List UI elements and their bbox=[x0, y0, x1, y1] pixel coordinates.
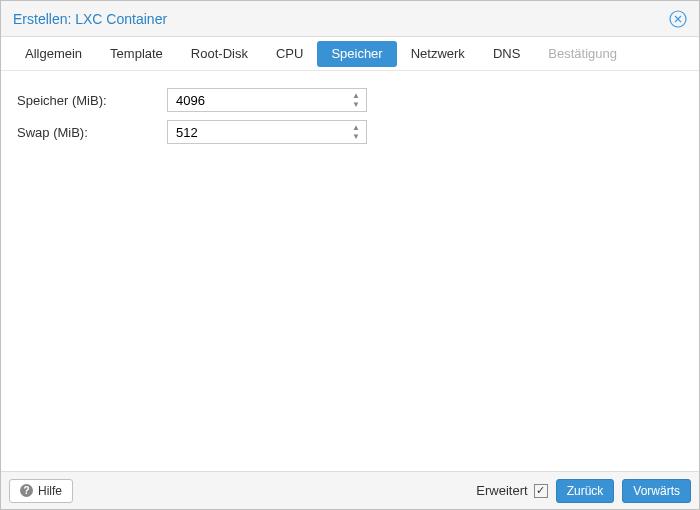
tab-allgemein[interactable]: Allgemein bbox=[11, 41, 96, 67]
chevron-down-icon[interactable]: ▼ bbox=[352, 133, 360, 141]
advanced-toggle[interactable]: Erweitert ✓ bbox=[476, 483, 547, 498]
wizard-window: Erstellen: LXC Container Allgemein Templ… bbox=[0, 0, 700, 510]
swap-stepper: ▲ ▼ bbox=[167, 120, 367, 144]
chevron-down-icon[interactable]: ▼ bbox=[352, 101, 360, 109]
label-swap: Swap (MiB): bbox=[17, 125, 167, 140]
close-icon[interactable] bbox=[669, 10, 687, 28]
advanced-label: Erweitert bbox=[476, 483, 527, 498]
swap-input[interactable] bbox=[167, 120, 367, 144]
tab-dns[interactable]: DNS bbox=[479, 41, 534, 67]
help-button[interactable]: ? Hilfe bbox=[9, 479, 73, 503]
spinner-arrows-icon[interactable]: ▲ ▼ bbox=[349, 120, 363, 144]
tab-netzwerk[interactable]: Netzwerk bbox=[397, 41, 479, 67]
help-label: Hilfe bbox=[38, 484, 62, 498]
back-button[interactable]: Zurück bbox=[556, 479, 615, 503]
tab-root-disk[interactable]: Root-Disk bbox=[177, 41, 262, 67]
tab-template[interactable]: Template bbox=[96, 41, 177, 67]
chevron-up-icon[interactable]: ▲ bbox=[352, 92, 360, 100]
label-memory: Speicher (MiB): bbox=[17, 93, 167, 108]
tab-bestaetigung: Bestätigung bbox=[534, 41, 631, 67]
row-swap: Swap (MiB): ▲ ▼ bbox=[17, 117, 683, 147]
help-icon: ? bbox=[20, 484, 33, 497]
tab-cpu[interactable]: CPU bbox=[262, 41, 317, 67]
window-title: Erstellen: LXC Container bbox=[13, 11, 167, 27]
footer: ? Hilfe Erweitert ✓ Zurück Vorwärts bbox=[1, 471, 699, 509]
next-button[interactable]: Vorwärts bbox=[622, 479, 691, 503]
tab-bar: Allgemein Template Root-Disk CPU Speiche… bbox=[1, 37, 699, 71]
memory-stepper: ▲ ▼ bbox=[167, 88, 367, 112]
spinner-arrows-icon[interactable]: ▲ ▼ bbox=[349, 88, 363, 112]
chevron-up-icon[interactable]: ▲ bbox=[352, 124, 360, 132]
advanced-checkbox[interactable]: ✓ bbox=[534, 484, 548, 498]
row-memory: Speicher (MiB): ▲ ▼ bbox=[17, 85, 683, 115]
titlebar: Erstellen: LXC Container bbox=[1, 1, 699, 37]
memory-input[interactable] bbox=[167, 88, 367, 112]
wizard-body: Speicher (MiB): ▲ ▼ Swap (MiB): ▲ ▼ bbox=[1, 71, 699, 471]
tab-speicher[interactable]: Speicher bbox=[317, 41, 396, 67]
